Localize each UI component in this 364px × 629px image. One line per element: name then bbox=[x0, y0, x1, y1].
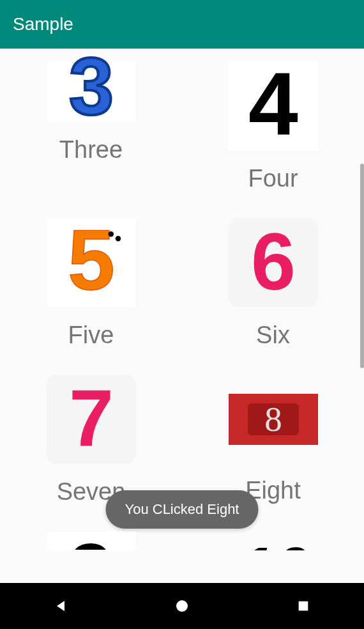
grid-item-three[interactable]: 3 Three bbox=[0, 61, 182, 218]
scrollbar[interactable] bbox=[360, 164, 364, 368]
grid-item-four[interactable]: 4 Four bbox=[182, 61, 364, 218]
grid-label: Six bbox=[256, 322, 290, 349]
svg-point-3 bbox=[108, 231, 113, 237]
svg-text:5: 5 bbox=[68, 218, 115, 307]
svg-text:7: 7 bbox=[68, 375, 113, 463]
svg-text:8: 8 bbox=[264, 400, 282, 439]
grid-item-five[interactable]: 5 Five bbox=[0, 218, 182, 375]
svg-text:6: 6 bbox=[250, 218, 295, 307]
svg-rect-13 bbox=[299, 602, 308, 611]
svg-text:10: 10 bbox=[238, 534, 308, 550]
toast-message: You CLicked Eight bbox=[106, 490, 259, 529]
app-bar: Sample bbox=[0, 0, 364, 49]
number-image-three: 3 bbox=[47, 61, 136, 122]
number-image-nine: 9 bbox=[47, 531, 136, 550]
number-image-five: 5 bbox=[47, 218, 136, 307]
grid-item-ten[interactable]: 10 bbox=[182, 531, 364, 580]
svg-point-4 bbox=[115, 236, 120, 241]
svg-text:4: 4 bbox=[248, 61, 298, 151]
grid-item-six[interactable]: 6 Six bbox=[182, 218, 364, 375]
svg-text:9: 9 bbox=[68, 532, 115, 550]
app-title: Sample bbox=[13, 14, 73, 35]
back-button[interactable] bbox=[51, 596, 70, 616]
number-image-six: 6 bbox=[229, 218, 318, 307]
recents-button[interactable] bbox=[294, 596, 313, 616]
svg-text:3: 3 bbox=[68, 49, 113, 132]
home-button[interactable] bbox=[172, 596, 192, 616]
grid-label: Five bbox=[68, 322, 114, 349]
navigation-bar bbox=[0, 583, 364, 629]
number-image-ten: 10 bbox=[229, 531, 318, 550]
number-image-eight: 8 bbox=[229, 394, 318, 445]
number-image-four: 4 bbox=[229, 61, 318, 151]
grid-label: Four bbox=[248, 165, 298, 192]
svg-point-12 bbox=[176, 600, 188, 612]
grid-item-nine[interactable]: 9 bbox=[0, 531, 182, 580]
number-image-seven: 7 bbox=[47, 375, 136, 464]
grid-label: Three bbox=[59, 136, 123, 164]
